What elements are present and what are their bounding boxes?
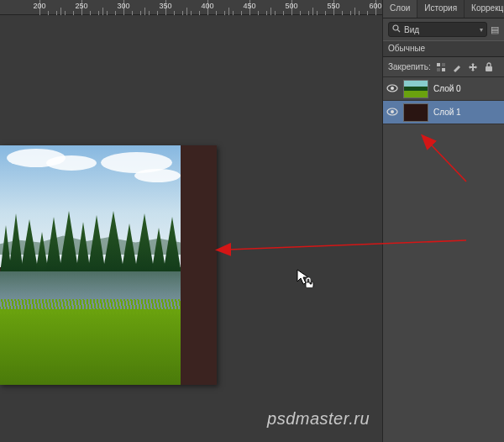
ruler-number: 250 bbox=[75, 2, 87, 10]
layer-thumbnail[interactable] bbox=[403, 80, 428, 98]
layer-row[interactable]: Слой 1 bbox=[383, 101, 504, 124]
visibility-toggle-icon[interactable] bbox=[386, 84, 398, 94]
ruler-number: 350 bbox=[159, 2, 171, 10]
lock-brush-icon[interactable] bbox=[451, 61, 463, 73]
horizontal-ruler: 200250300350400450500550600 bbox=[0, 0, 382, 15]
layer-filter-select[interactable]: Вид ▾ bbox=[388, 22, 487, 37]
document[interactable] bbox=[0, 145, 217, 385]
svg-rect-2 bbox=[437, 63, 440, 66]
layers-list: Слой 0Слой 1 bbox=[383, 77, 504, 124]
watermark-text: psdmaster.ru bbox=[267, 409, 370, 429]
lock-move-icon[interactable] bbox=[467, 61, 479, 73]
layer-row[interactable]: Слой 0 bbox=[383, 77, 504, 101]
svg-rect-3 bbox=[442, 63, 445, 66]
ruler-number: 300 bbox=[117, 2, 129, 10]
ruler-number: 200 bbox=[33, 2, 45, 10]
svg-point-10 bbox=[391, 110, 394, 113]
layer-name-label[interactable]: Слой 1 bbox=[433, 108, 461, 117]
svg-rect-4 bbox=[437, 68, 440, 71]
panel-tab-слои[interactable]: Слои bbox=[383, 0, 417, 18]
svg-point-8 bbox=[391, 87, 394, 90]
lock-all-icon[interactable] bbox=[483, 61, 495, 73]
chevron-down-icon: ▾ bbox=[480, 26, 483, 34]
blend-mode-header[interactable]: Обычные bbox=[383, 40, 504, 57]
svg-rect-5 bbox=[442, 68, 445, 71]
svg-point-0 bbox=[393, 25, 398, 30]
lock-row: Закрепить: bbox=[383, 57, 504, 77]
layer-thumbnail[interactable] bbox=[403, 103, 428, 122]
layer-filter-label: Вид bbox=[404, 25, 419, 34]
ruler-number: 600 bbox=[369, 2, 381, 10]
visibility-toggle-icon[interactable] bbox=[386, 108, 398, 118]
ruler-number: 400 bbox=[201, 2, 213, 10]
ruler-number: 450 bbox=[243, 2, 255, 10]
layers-panel: СлоиИсторияКоррекция Вид ▾ ▤ Обычные Зак… bbox=[382, 0, 504, 442]
search-icon bbox=[392, 24, 401, 34]
panel-tab-коррекция[interactable]: Коррекция bbox=[465, 0, 504, 18]
panel-tab-история[interactable]: История bbox=[417, 0, 465, 18]
svg-line-1 bbox=[397, 29, 400, 32]
canvas-area[interactable] bbox=[0, 15, 382, 442]
panel-menu-icon[interactable]: ▤ bbox=[491, 24, 499, 35]
image-layer bbox=[0, 145, 181, 385]
layer-name-label[interactable]: Слой 0 bbox=[433, 84, 461, 93]
svg-rect-6 bbox=[486, 66, 492, 71]
lock-pixels-icon[interactable] bbox=[435, 61, 447, 73]
ruler-number: 500 bbox=[285, 2, 297, 10]
panel-tabs: СлоиИсторияКоррекция bbox=[383, 0, 504, 18]
ruler-number: 550 bbox=[327, 2, 339, 10]
lock-label: Закрепить: bbox=[388, 62, 431, 71]
